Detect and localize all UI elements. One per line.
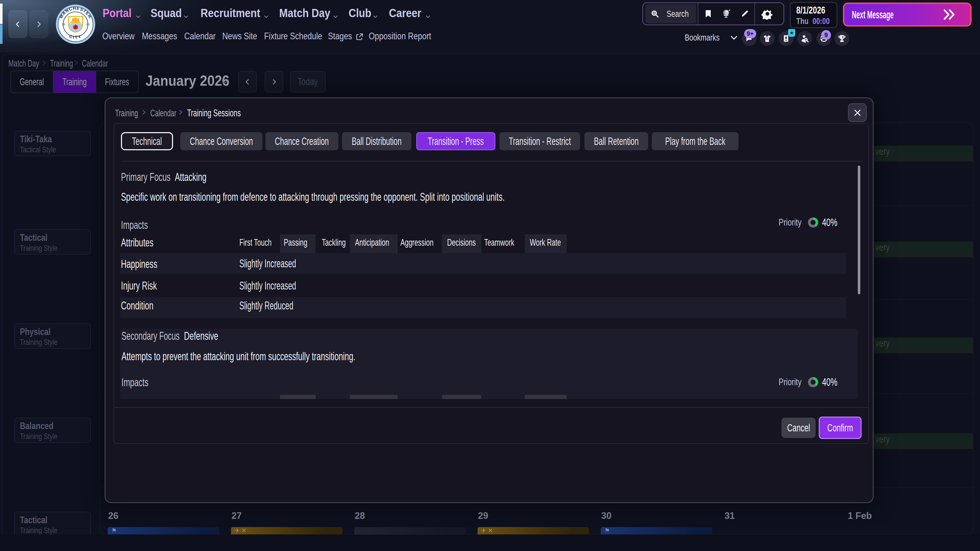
svg-text:94: 94 [86,22,90,26]
svg-text:18: 18 [62,22,65,26]
